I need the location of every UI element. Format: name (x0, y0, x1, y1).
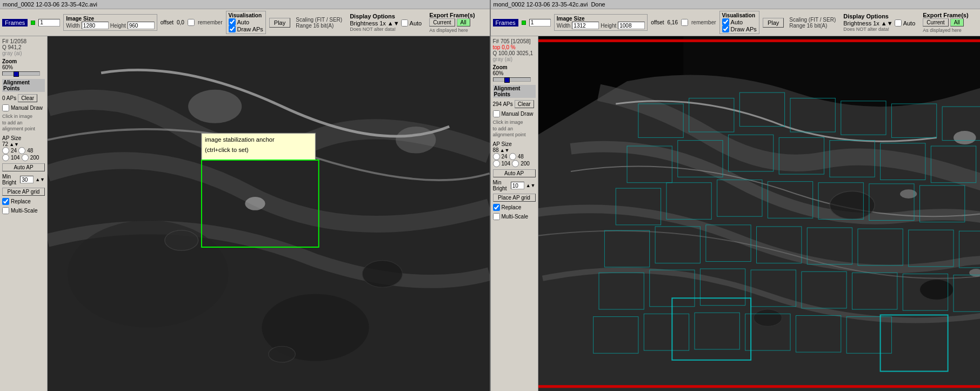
right-radio-48[interactable] (509, 153, 516, 160)
right-multiscale-row: Multi-Scale (493, 213, 536, 220)
right-radio-104[interactable] (493, 160, 500, 167)
left-min-bright-arrows[interactable]: ▲▼ (35, 177, 45, 182)
right-place-ap-grid-button[interactable]: Place AP grid (493, 194, 536, 202)
right-brightness-arrows[interactable]: ▲▼ (881, 20, 893, 26)
left-auto-ap-button[interactable]: Auto AP (2, 163, 45, 171)
left-width-label: Width (66, 23, 80, 29)
right-zoom-thumb[interactable] (504, 77, 510, 83)
right-ap-size-section: AP Size 88 ▲▼ 24 48 104 200 (493, 141, 536, 167)
left-click-info: Click in image to add an alignment point (2, 114, 45, 132)
right-frame-number: F# 705 [1/2058] (493, 38, 536, 44)
right-all-button[interactable]: All (950, 18, 964, 26)
svg-point-16 (829, 191, 874, 219)
right-ap-size-arrows[interactable]: ▲▼ (500, 148, 510, 153)
left-place-ap-grid-button[interactable]: Place AP grid (2, 188, 45, 196)
left-scaling-box: Scaling (FIT / SER) Range 16 bit(A) (294, 16, 344, 30)
left-frame-number-input[interactable] (38, 19, 60, 26)
left-image-viewport[interactable]: image stabilization anchor (ctrl+click t… (48, 36, 490, 391)
left-ap-size-arrows[interactable]: ▲▼ (9, 142, 19, 147)
right-min-bright-label: Min Bright (493, 180, 509, 191)
right-vis-label: Visualisation (722, 12, 757, 18)
right-frame-info: F# 705 [1/2058] top 0,0 % Q 100,00 3025,… (493, 38, 536, 62)
left-multiscale-label: Multi-Scale (11, 208, 37, 214)
right-frames-indicator (522, 21, 526, 25)
right-range-label: Range 16 bit(A) (789, 23, 836, 29)
right-scaling-label: Scaling (FIT / SER) (789, 17, 836, 23)
right-ap-section-title: Alignment Points (493, 85, 536, 98)
right-remember-checkbox[interactable] (681, 19, 688, 26)
right-auto-label: Auto (731, 19, 743, 25)
left-radio-200[interactable] (22, 154, 29, 161)
right-toolbar: Frames Image Size Width Height offset 6,… (491, 9, 981, 36)
left-min-bright-input[interactable] (20, 176, 34, 183)
right-replace-row: Replace (493, 204, 536, 211)
right-auto-ap-button[interactable]: Auto AP (493, 169, 536, 177)
right-draw-aps-checkbox[interactable] (722, 25, 729, 32)
left-remember-checkbox[interactable] (188, 19, 195, 26)
left-zoom-slider[interactable] (2, 71, 40, 76)
right-auto-checkbox[interactable] (722, 18, 729, 25)
right-replace-checkbox[interactable] (493, 204, 500, 211)
left-toolbar: Frames Image Size Width Height offset 0,… (0, 9, 490, 36)
right-scaling-box: Scaling (FIT / SER) Range 16 bit(A) (787, 16, 838, 30)
right-min-bright-input[interactable] (511, 182, 524, 189)
left-height-input[interactable] (128, 22, 155, 29)
right-radio-48-label: 48 (518, 154, 524, 160)
left-frames-indicator (31, 21, 35, 25)
right-brightness-label: Brightness (843, 20, 871, 26)
right-manual-draw-checkbox[interactable] (493, 110, 500, 117)
right-width-label: Width (557, 23, 571, 29)
left-min-bright-row: Min Bright ▲▼ (2, 174, 45, 185)
right-radio-24[interactable] (493, 153, 500, 160)
right-main-content: F# 705 [1/2058] top 0,0 % Q 100,00 3025,… (491, 36, 981, 391)
left-brightness-auto-checkbox[interactable] (401, 19, 408, 26)
right-manual-draw-row: Manual Draw (493, 110, 536, 117)
right-offset-value: 6,16 (668, 19, 678, 25)
left-clear-button[interactable]: Clear (18, 94, 37, 102)
right-clear-button[interactable]: Clear (515, 100, 534, 108)
right-width-input[interactable] (572, 22, 599, 29)
left-all-button[interactable]: All (457, 18, 470, 26)
right-multiscale-checkbox[interactable] (493, 213, 500, 220)
right-frame-number-input[interactable] (529, 19, 551, 26)
right-color-label: gray (ai) (493, 56, 536, 62)
right-zoom-label: Zoom (493, 64, 536, 70)
left-range-label: Range 16 bit(A) (296, 23, 342, 29)
left-radio-104[interactable] (2, 154, 9, 161)
svg-point-7 (188, 90, 242, 123)
right-auto-row: Auto (722, 18, 757, 25)
left-multiscale-checkbox[interactable] (2, 207, 9, 214)
left-replace-row: Replace (2, 198, 45, 205)
left-display-box: Display Options Brightness 1x ▲▼ Auto Do… (348, 12, 424, 33)
right-zoom-slider[interactable] (493, 77, 531, 82)
right-brightness-auto-checkbox[interactable] (895, 19, 902, 26)
left-offset-value: 0,0 (177, 19, 184, 25)
right-draw-aps-label: Draw APs (731, 26, 757, 32)
left-draw-aps-checkbox[interactable] (229, 25, 236, 32)
left-play-button[interactable]: Play (269, 18, 290, 28)
left-zoom-thumb[interactable] (14, 71, 19, 77)
right-image-viewport[interactable] (538, 36, 981, 391)
right-current-button[interactable]: Current (923, 18, 948, 26)
right-done-label: Done (591, 1, 605, 8)
right-min-bright-arrows[interactable]: ▲▼ (526, 183, 536, 188)
left-brightness-arrows[interactable]: ▲▼ (388, 20, 399, 26)
right-height-input[interactable] (618, 22, 645, 29)
right-panel: mond_0002 12-03-06 23-35-42c.avi Done Fr… (491, 0, 981, 391)
left-radio-24[interactable] (2, 147, 9, 154)
left-radio-48[interactable] (18, 147, 25, 154)
left-frames-label: Frames (2, 19, 28, 26)
right-export-label: Export Frame(s) (923, 12, 968, 18)
left-replace-checkbox[interactable] (2, 198, 9, 205)
right-radio-200[interactable] (512, 160, 519, 167)
right-play-button[interactable]: Play (763, 18, 784, 28)
left-width-input[interactable] (82, 22, 109, 29)
left-current-button[interactable]: Current (429, 18, 455, 26)
left-sidebar: F# 1/2058 Q 941,2 gray (ai) Zoom 60% Ali… (0, 36, 48, 391)
left-zoom-percent: 60% (2, 64, 45, 70)
svg-point-5 (362, 261, 402, 288)
left-manual-draw-checkbox[interactable] (2, 104, 9, 111)
left-auto-checkbox[interactable] (229, 18, 236, 25)
svg-point-4 (165, 230, 198, 250)
left-color-label: gray (ai) (2, 50, 45, 56)
